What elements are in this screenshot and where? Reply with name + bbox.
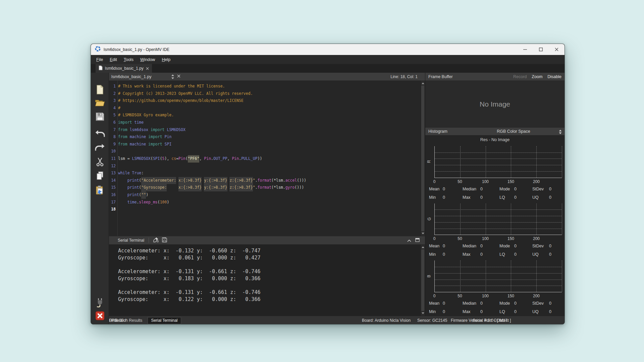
open-file-button[interactable] bbox=[95, 98, 105, 107]
zoom-button[interactable]: Zoom bbox=[532, 74, 542, 79]
histogram-red-chart: R bbox=[434, 145, 562, 178]
histogram-red: R 050100150200 Mean0Median0Mode0StDev0Mi… bbox=[425, 144, 565, 201]
close-button[interactable] bbox=[549, 44, 565, 55]
close-document-icon[interactable] bbox=[177, 74, 180, 78]
histogram-green-stats: Mean0Median0Mode0StDev0Min0Max0LQ0UQ0 bbox=[425, 242, 565, 258]
x-axis-ticks: 050100150200 bbox=[434, 292, 562, 300]
stat-stdev: StDev0 bbox=[532, 300, 565, 307]
serial-terminal-panel[interactable]: Accelerometer: x: -0.132 y: -0.660 z: -0… bbox=[109, 245, 425, 316]
collapse-terminal-icon[interactable] bbox=[407, 237, 411, 243]
no-image-text: No Image bbox=[480, 100, 510, 108]
stat-lq: LQ0 bbox=[499, 251, 532, 258]
popout-terminal-icon[interactable] bbox=[415, 237, 420, 243]
code-line: 10 bbox=[109, 148, 420, 155]
minimize-button[interactable] bbox=[517, 44, 533, 55]
line-number: 3 bbox=[109, 97, 116, 105]
undo-icon bbox=[95, 130, 105, 137]
serial-port-status: Serial Port: COM17 bbox=[473, 318, 507, 323]
line-number: 18 bbox=[109, 206, 116, 213]
channel-label: B bbox=[427, 275, 431, 278]
terminal-line: Accelerometer: x: -0.131 y: -0.661 z: -0… bbox=[118, 268, 420, 275]
code-editor[interactable]: 1# This work is licensed under the MIT l… bbox=[109, 81, 425, 236]
board-status: Board: Arduino Nicla Vision bbox=[362, 318, 411, 323]
scrollbar-thumb[interactable] bbox=[421, 249, 424, 311]
code-line: 2# Copyright (c) 2013-2023 OpenMV LLC. A… bbox=[109, 90, 420, 98]
menu-help[interactable]: Help bbox=[158, 57, 174, 62]
stat-median: Median0 bbox=[463, 242, 499, 250]
save-terminal-icon[interactable] bbox=[162, 237, 167, 244]
scroll-up-icon[interactable] bbox=[422, 82, 424, 84]
frame-buffer-view: No Image bbox=[425, 81, 565, 128]
line-number: 5 bbox=[109, 112, 116, 119]
dropdown-arrows-icon[interactable] bbox=[559, 129, 562, 135]
terminal-scrollbar[interactable] bbox=[420, 245, 425, 316]
line-number: 16 bbox=[109, 191, 116, 199]
line-number: 10 bbox=[109, 148, 116, 155]
main-row: lsm6dsox_basic_1.py Line: 18, Col: 1 1# … bbox=[109, 73, 565, 316]
disable-button[interactable]: Disable bbox=[547, 74, 561, 79]
fps-status: FPS: 0 bbox=[109, 318, 121, 323]
menu-edit[interactable]: Edit bbox=[106, 57, 120, 62]
line-number: 12 bbox=[109, 163, 116, 170]
scroll-down-icon[interactable] bbox=[422, 312, 424, 314]
editor-scrollbar[interactable] bbox=[420, 81, 425, 236]
code-line: 18 bbox=[109, 206, 420, 213]
clear-terminal-icon[interactable] bbox=[153, 237, 159, 244]
code-line: 6import time bbox=[109, 119, 420, 126]
stat-mean: Mean0 bbox=[429, 300, 463, 307]
stop-button[interactable] bbox=[95, 311, 105, 320]
tabbar: lsm6dsox_basic_1.py bbox=[91, 64, 565, 73]
undo-button[interactable] bbox=[95, 130, 105, 137]
histogram-green: G 050100150200 Mean0Median0Mode0StDev0Mi… bbox=[425, 201, 565, 259]
stat-max: Max0 bbox=[463, 308, 499, 315]
menu-window[interactable]: Window bbox=[137, 57, 158, 62]
connect-button[interactable] bbox=[96, 298, 104, 308]
stat-mean: Mean0 bbox=[429, 185, 463, 193]
line-number: 17 bbox=[109, 199, 116, 206]
color-space-value: RGB Color Space bbox=[497, 129, 530, 134]
save-file-button[interactable] bbox=[96, 112, 104, 121]
code-line: 14 print("Accelerometer: x:{:>8.3f} y:{:… bbox=[109, 177, 420, 184]
tab-label: lsm6dsox_basic_1.py bbox=[105, 66, 144, 71]
code-line: 4# bbox=[109, 105, 420, 112]
stat-uq: UQ0 bbox=[532, 194, 565, 201]
open-folder-icon bbox=[95, 98, 105, 107]
copy-button[interactable] bbox=[96, 171, 104, 180]
axis-tick-label: 150 bbox=[507, 179, 514, 184]
stat-mode: Mode0 bbox=[499, 300, 532, 307]
serial-terminal-tab[interactable]: Serial Terminal bbox=[148, 317, 181, 324]
paste-button[interactable] bbox=[95, 185, 104, 195]
redo-button[interactable] bbox=[95, 143, 105, 151]
scroll-down-icon[interactable] bbox=[422, 233, 424, 234]
code-line: 11lsm = LSM6DSOX(SPI(5), cs=Pin("PF6", P… bbox=[109, 155, 420, 163]
histogram-header: Histogram RGB Color Space bbox=[425, 128, 565, 135]
desktop: lsm6dsox_basic_1.py - OpenMV IDE File Ed… bbox=[0, 0, 644, 362]
split-editor-icon[interactable] bbox=[171, 74, 174, 80]
stat-min: Min0 bbox=[429, 194, 463, 201]
new-file-button[interactable] bbox=[96, 85, 104, 95]
right-panel: Frame Buffer Record Zoom Disable No Imag… bbox=[425, 73, 565, 316]
color-space-dropdown[interactable]: RGB Color Space bbox=[464, 128, 563, 135]
close-icon bbox=[555, 48, 558, 51]
maximize-button[interactable] bbox=[533, 44, 549, 55]
menu-tools[interactable]: Tools bbox=[120, 57, 137, 62]
code-line: 17 time.sleep_ms(100) bbox=[109, 199, 420, 206]
divider bbox=[149, 238, 149, 243]
window-title: lsm6dsox_basic_1.py - OpenMV IDE bbox=[104, 47, 169, 52]
histogram-area: R 050100150200 Mean0Median0Mode0StDev0Mi… bbox=[425, 144, 565, 316]
line-number: 13 bbox=[109, 170, 116, 177]
axis-tick-label: 100 bbox=[482, 179, 489, 184]
scrollbar-thumb[interactable] bbox=[421, 85, 424, 231]
code-line: 16 print("") bbox=[109, 191, 420, 199]
menu-file[interactable]: File bbox=[93, 57, 106, 62]
cut-button[interactable] bbox=[96, 158, 104, 167]
tab-close-icon[interactable] bbox=[146, 67, 149, 70]
channel-label: R bbox=[427, 160, 431, 163]
file-tab[interactable]: lsm6dsox_basic_1.py bbox=[96, 64, 152, 73]
stat-stdev: StDev0 bbox=[532, 242, 565, 250]
scroll-up-icon[interactable] bbox=[422, 246, 424, 248]
minimize-icon bbox=[523, 48, 527, 51]
stat-lq: LQ0 bbox=[499, 308, 532, 315]
axis-tick-label: 150 bbox=[507, 294, 514, 298]
serial-terminal-header: Serial Terminal bbox=[109, 236, 425, 245]
